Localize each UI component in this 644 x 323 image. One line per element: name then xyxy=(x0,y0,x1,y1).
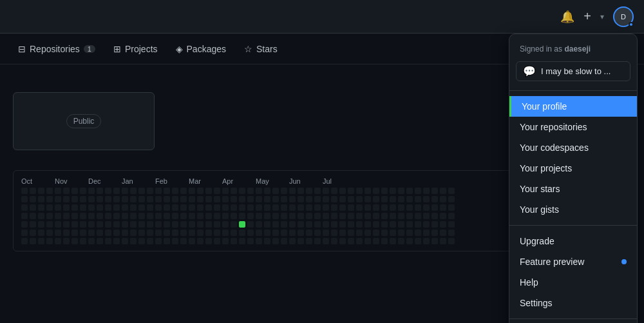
graph-cell xyxy=(373,196,379,202)
graph-cell xyxy=(88,238,95,244)
plus-icon[interactable]: + xyxy=(583,9,591,24)
graph-cell xyxy=(231,196,237,202)
graph-cell xyxy=(256,188,262,194)
graph-cell xyxy=(281,238,287,244)
graph-cell xyxy=(197,213,204,219)
packages-label: Packages xyxy=(187,44,226,54)
graph-cell xyxy=(356,221,363,228)
graph-col xyxy=(113,188,120,244)
graph-cell xyxy=(440,221,446,228)
graph-cell xyxy=(189,188,195,194)
graph-cell xyxy=(147,188,153,194)
dropdown-item-settings[interactable]: Settings xyxy=(509,293,637,313)
subnav-item-stars[interactable]: ☆ Stars xyxy=(236,39,285,59)
subnav-item-packages[interactable]: ◈ Packages xyxy=(168,39,234,59)
graph-cell xyxy=(339,230,346,236)
graph-cell xyxy=(71,213,78,219)
graph-cell xyxy=(431,230,438,236)
graph-cell xyxy=(448,238,455,244)
graph-cell xyxy=(147,230,153,236)
graph-cell xyxy=(122,196,128,202)
chevron-icon[interactable]: ▾ xyxy=(600,12,604,21)
graph-cell xyxy=(431,196,438,202)
upgrade-label: Upgrade xyxy=(520,236,554,246)
graph-cell xyxy=(130,196,137,202)
graph-cell xyxy=(356,230,363,236)
graph-cell xyxy=(222,188,229,194)
graph-cell xyxy=(323,230,329,236)
graph-cell xyxy=(71,196,78,202)
graph-col xyxy=(214,188,220,244)
graph-cell xyxy=(272,213,279,219)
graph-cell xyxy=(331,221,337,228)
graph-cell xyxy=(21,221,28,228)
subnav-item-repositories[interactable]: ⊟ Repositories 1 xyxy=(10,39,103,59)
graph-col xyxy=(71,188,78,244)
graph-cell xyxy=(46,204,53,211)
graph-cell xyxy=(323,204,329,211)
bell-icon[interactable]: 🔔 xyxy=(560,10,574,24)
graph-cell xyxy=(289,221,296,228)
graph-cell xyxy=(256,204,262,211)
graph-cell xyxy=(113,188,120,194)
dropdown-item-your-profile[interactable]: Your profile xyxy=(509,96,637,117)
copilot-button[interactable]: 💬 I may be slow to ... xyxy=(516,61,630,81)
dropdown-signed-in-section: Signed in as daeseji 💬 I may be slow to … xyxy=(509,34,637,91)
graph-cell xyxy=(105,238,111,244)
graph-cell xyxy=(289,238,296,244)
dropdown-item-feature-preview[interactable]: Feature preview xyxy=(509,251,637,272)
dropdown-item-your-repositories[interactable]: Your repositories xyxy=(509,117,637,137)
graph-col xyxy=(105,188,111,244)
graph-cell xyxy=(105,204,111,211)
graph-cell xyxy=(264,238,270,244)
graph-cell xyxy=(172,188,178,194)
graph-cell xyxy=(222,238,229,244)
graph-cell xyxy=(46,238,53,244)
graph-cell xyxy=(314,230,321,236)
graph-cell xyxy=(80,196,86,202)
subnav-item-projects[interactable]: ⊞ Projects xyxy=(106,39,166,59)
graph-cell xyxy=(365,230,371,236)
graph-cell xyxy=(448,213,455,219)
graph-cell xyxy=(155,230,162,236)
graph-cell xyxy=(97,213,103,219)
graph-cell xyxy=(423,196,430,202)
graph-cell xyxy=(197,230,204,236)
graph-col xyxy=(63,188,70,244)
graph-cell xyxy=(323,188,329,194)
dropdown-item-your-stars[interactable]: Your stars xyxy=(509,179,637,199)
dropdown-item-your-gists[interactable]: Your gists xyxy=(509,199,637,220)
graph-cell xyxy=(306,213,312,219)
graph-cell xyxy=(314,213,321,219)
graph-cell xyxy=(406,196,413,202)
graph-cell xyxy=(298,230,304,236)
graph-cell xyxy=(415,196,421,202)
graph-cell xyxy=(390,230,396,236)
graph-cell xyxy=(373,230,379,236)
avatar[interactable]: D xyxy=(613,6,634,27)
graph-cell xyxy=(97,230,103,236)
graph-cell xyxy=(381,196,388,202)
graph-cell xyxy=(88,196,95,202)
graph-cell xyxy=(38,230,44,236)
dropdown-item-help[interactable]: Help xyxy=(509,272,637,293)
topnav-icons: 🔔 + ▾ D xyxy=(560,6,634,27)
graph-cell xyxy=(406,230,413,236)
graph-cell xyxy=(164,196,170,202)
graph-cell xyxy=(189,204,195,211)
graph-cell xyxy=(239,230,245,236)
dropdown-item-upgrade[interactable]: Upgrade xyxy=(509,231,637,251)
graph-cell xyxy=(105,213,111,219)
graph-cell xyxy=(71,221,78,228)
graph-cell xyxy=(80,221,86,228)
graph-cell xyxy=(365,204,371,211)
graph-cell xyxy=(415,230,421,236)
graph-cell xyxy=(390,238,396,244)
graph-cell xyxy=(63,213,70,219)
graph-cell xyxy=(339,221,346,228)
dropdown-item-your-projects[interactable]: Your projects xyxy=(509,158,637,179)
graph-cell xyxy=(147,204,153,211)
dropdown-item-your-codespaces[interactable]: Your codespaces xyxy=(509,137,637,158)
graph-col xyxy=(415,188,421,244)
graph-cell xyxy=(97,188,103,194)
